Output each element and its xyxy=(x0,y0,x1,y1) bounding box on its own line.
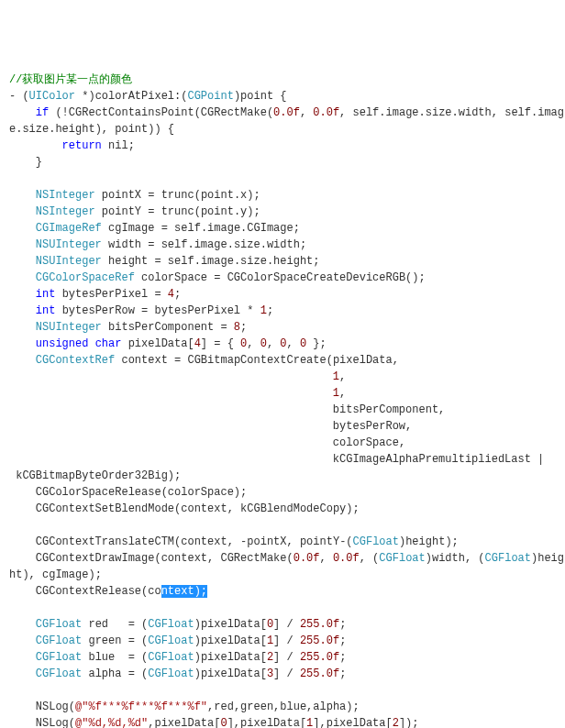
ident: bytesPerRow xyxy=(62,304,135,317)
ident: image xyxy=(386,106,419,119)
ident: y xyxy=(240,205,247,218)
ident: self xyxy=(174,222,201,235)
ident: size xyxy=(426,106,452,119)
ident: image xyxy=(207,222,240,235)
fn: CGColorSpaceCreateDeviceRGB xyxy=(227,271,405,284)
ident: green xyxy=(88,634,121,647)
fn: NSLog xyxy=(36,717,69,728)
ident: pixelData xyxy=(201,634,260,647)
type: UIColor xyxy=(29,90,75,103)
fn: CGContextTranslateCTM xyxy=(36,535,174,548)
type: CGContextRef xyxy=(36,354,115,367)
ident: pointX xyxy=(247,535,286,548)
ident: pixelData xyxy=(201,618,260,631)
ident: context xyxy=(181,502,227,515)
type: CGFloat xyxy=(353,535,399,548)
ident: pixelData xyxy=(201,651,260,664)
ident: bytesPerPixel xyxy=(154,304,240,317)
ident: kCGBitmapByteOrder32Big xyxy=(16,469,168,482)
ident: pointY xyxy=(102,205,141,218)
ident: size xyxy=(234,238,260,251)
num: 0 xyxy=(260,337,267,350)
num: 0.0f xyxy=(333,552,360,565)
ident: x xyxy=(240,189,247,202)
code-view: //获取图片某一点的颜色 - (UIColor *)colorAtPixel:(… xyxy=(9,72,556,728)
ident: size xyxy=(240,255,267,268)
string: @"%f***%f***%f***%f" xyxy=(75,700,207,713)
ident: cgImage xyxy=(108,222,154,235)
type: CGFloat xyxy=(148,651,194,664)
fn: CGRectMake xyxy=(201,106,267,119)
fn: CGBitmapContextCreate xyxy=(187,354,326,367)
ident: green xyxy=(240,700,273,713)
type: CGFloat xyxy=(148,618,194,631)
kw-return: return xyxy=(62,139,102,152)
type: CGColorSpaceRef xyxy=(36,271,135,284)
ident: self xyxy=(353,106,380,119)
ident: pixelData xyxy=(128,337,188,350)
ident: pixelData xyxy=(154,717,214,728)
fn: trunc xyxy=(161,189,194,202)
type: CGFloat xyxy=(36,651,82,664)
ident: kCGImageAlphaPremultipliedLast xyxy=(333,453,531,466)
type: CGFloat xyxy=(36,634,82,647)
kw-if: if xyxy=(36,106,49,119)
ident: point xyxy=(201,189,234,202)
string: @"%d,%d,%d" xyxy=(75,717,148,728)
ident: width xyxy=(432,552,465,565)
kw-unsigned: unsigned xyxy=(36,337,89,350)
num: 255.0f xyxy=(300,667,339,680)
ident: context xyxy=(161,552,207,565)
type: NSInteger xyxy=(36,189,95,202)
num: 2 xyxy=(393,717,399,728)
ident: pixelData xyxy=(240,717,300,728)
ident: image xyxy=(194,238,227,251)
type: CGImageRef xyxy=(36,222,102,235)
ident: pointX xyxy=(102,189,141,202)
ident: pointY xyxy=(300,535,339,548)
num: 1 xyxy=(260,304,267,317)
ident: colorSpace xyxy=(168,486,234,499)
num: 2 xyxy=(267,651,273,664)
num: 4 xyxy=(168,288,174,301)
kw-int: int xyxy=(36,288,56,301)
ident: width xyxy=(108,238,141,251)
ident: kCGBlendModeCopy xyxy=(240,502,346,515)
ident: blue xyxy=(88,651,115,664)
text-selection[interactable]: ntext); xyxy=(161,585,207,598)
ident: height xyxy=(273,255,313,268)
fn: NSLog xyxy=(36,700,69,713)
num: 0.0f xyxy=(313,106,339,119)
param: point xyxy=(240,90,273,103)
num: 1 xyxy=(333,370,339,383)
num: 1 xyxy=(333,387,339,400)
ident: nil xyxy=(108,139,128,152)
comment-line: //获取图片某一点的颜色 xyxy=(9,73,132,86)
num: 0.0f xyxy=(273,106,300,119)
method-name: colorAtPixel xyxy=(95,90,174,103)
num: 0 xyxy=(280,337,286,350)
num: 0 xyxy=(240,337,247,350)
type: NSInteger xyxy=(36,205,95,218)
ident: width xyxy=(459,106,492,119)
ident: cgImage xyxy=(42,568,88,581)
type: CGFloat xyxy=(379,552,425,565)
ident: height xyxy=(55,123,94,136)
ident: alpha xyxy=(88,667,121,680)
ident: pixelData xyxy=(201,667,260,680)
num: 255.0f xyxy=(300,618,339,631)
type: CGFloat xyxy=(36,667,82,680)
ident: CGImage xyxy=(247,222,293,235)
num: 4 xyxy=(194,337,201,350)
ident: image xyxy=(201,255,234,268)
ident: width xyxy=(267,238,300,251)
ident: bitsPerComponent xyxy=(108,321,214,334)
fn: CGContextRelease xyxy=(36,585,141,598)
num: 1 xyxy=(267,634,273,647)
ident: context xyxy=(121,354,167,367)
fn: CGRectContainsPoint xyxy=(69,106,194,119)
fn: CGContextDrawImage xyxy=(36,552,155,565)
ident: pixelData xyxy=(327,717,386,728)
ident: colorSpace xyxy=(141,271,207,284)
type: CGFloat xyxy=(148,634,194,647)
